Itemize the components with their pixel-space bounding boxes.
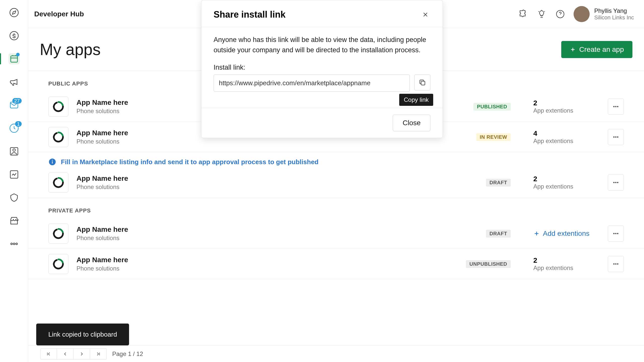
modal-title: Share install link: [214, 9, 286, 20]
modal-close-icon[interactable]: [420, 10, 430, 20]
modal-description: Anyone who has this link will be able to…: [214, 27, 430, 55]
install-link-label: Install link:: [214, 64, 430, 71]
copy-tooltip: Copy link: [399, 94, 433, 106]
install-link-input[interactable]: [214, 74, 410, 92]
share-link-modal: Share install link Anyone who has this l…: [201, 0, 443, 138]
modal-close-button[interactable]: Close: [393, 115, 430, 131]
svg-rect-31: [421, 81, 425, 85]
copy-link-button[interactable]: Copy link: [414, 74, 430, 90]
